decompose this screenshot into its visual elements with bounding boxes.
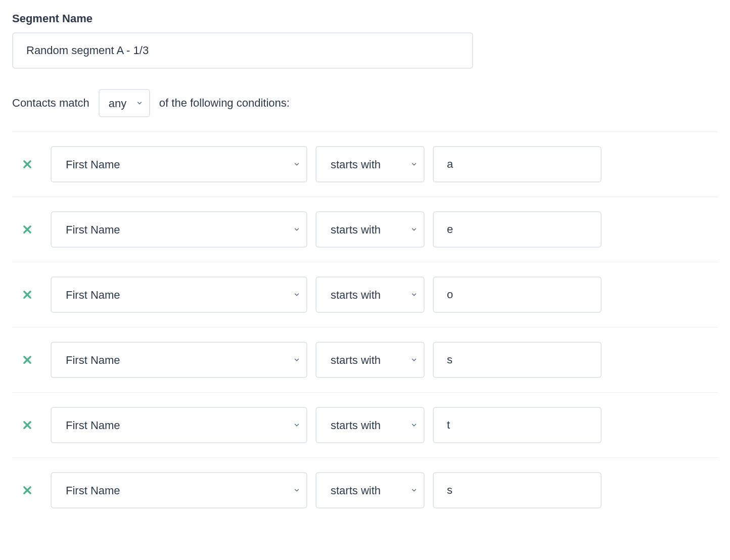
operator-select-wrap: starts with (315, 472, 425, 508)
operator-select-wrap: starts with (315, 146, 425, 182)
field-select[interactable]: First Name (51, 146, 307, 182)
field-select[interactable]: First Name (51, 211, 307, 248)
field-select-wrap: First Name (51, 146, 307, 182)
condition-value-input[interactable] (433, 407, 602, 443)
close-icon (20, 288, 34, 302)
condition-value-input[interactable] (433, 211, 602, 248)
close-icon (20, 353, 34, 367)
condition-value-input[interactable] (433, 472, 602, 508)
field-select-wrap: First Name (51, 211, 307, 248)
match-suffix-text: of the following conditions: (159, 97, 290, 110)
match-mode-select-wrap: any (99, 89, 150, 117)
segment-name-input[interactable] (12, 32, 473, 69)
remove-condition-button[interactable] (12, 483, 42, 497)
field-select-wrap: First Name (51, 342, 307, 378)
operator-select[interactable]: starts with (315, 276, 425, 313)
remove-condition-button[interactable] (12, 157, 42, 171)
condition-row: First Name starts with (12, 328, 718, 393)
operator-select[interactable]: starts with (315, 342, 425, 378)
condition-row: First Name starts with (12, 393, 718, 458)
operator-select[interactable]: starts with (315, 146, 425, 182)
condition-value-input[interactable] (433, 276, 602, 313)
match-mode-select[interactable]: any (99, 89, 150, 117)
field-select[interactable]: First Name (51, 407, 307, 443)
match-prefix-text: Contacts match (12, 97, 89, 110)
field-select-wrap: First Name (51, 472, 307, 508)
operator-select[interactable]: starts with (315, 407, 425, 443)
field-select[interactable]: First Name (51, 276, 307, 313)
operator-select[interactable]: starts with (315, 211, 425, 248)
remove-condition-button[interactable] (12, 353, 42, 367)
close-icon (20, 483, 34, 497)
field-select[interactable]: First Name (51, 472, 307, 508)
field-select-wrap: First Name (51, 276, 307, 313)
operator-select-wrap: starts with (315, 211, 425, 248)
remove-condition-button[interactable] (12, 418, 42, 432)
condition-value-input[interactable] (433, 342, 602, 378)
field-select[interactable]: First Name (51, 342, 307, 378)
condition-row: First Name starts with (12, 458, 718, 523)
close-icon (20, 157, 34, 171)
field-select-wrap: First Name (51, 407, 307, 443)
operator-select[interactable]: starts with (315, 472, 425, 508)
operator-select-wrap: starts with (315, 276, 425, 313)
conditions-list: First Name starts with First Name starts… (12, 131, 718, 523)
segment-name-label: Segment Name (12, 12, 718, 25)
close-icon (20, 418, 34, 432)
condition-row: First Name starts with (12, 262, 718, 328)
remove-condition-button[interactable] (12, 288, 42, 302)
condition-row: First Name starts with (12, 197, 718, 262)
condition-value-input[interactable] (433, 146, 602, 182)
operator-select-wrap: starts with (315, 342, 425, 378)
remove-condition-button[interactable] (12, 222, 42, 237)
operator-select-wrap: starts with (315, 407, 425, 443)
close-icon (20, 222, 34, 237)
match-conditions-sentence: Contacts match any of the following cond… (12, 89, 718, 117)
condition-row: First Name starts with (12, 132, 718, 197)
